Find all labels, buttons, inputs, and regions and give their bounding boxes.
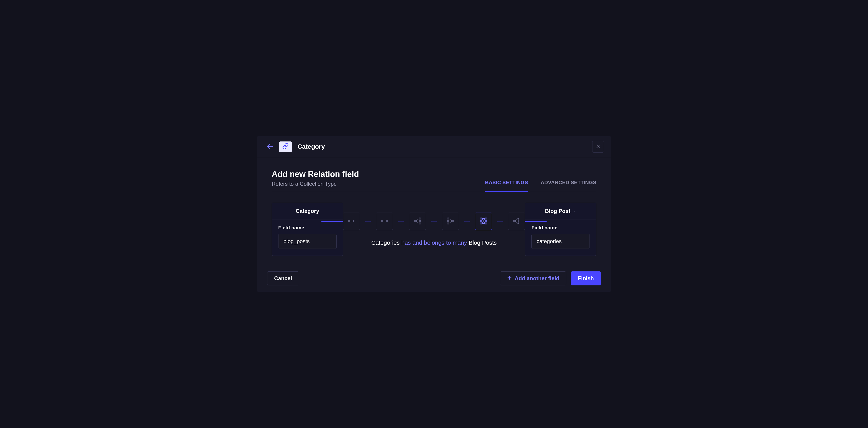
dialog-header: Category — [257, 136, 611, 157]
cancel-button[interactable]: Cancel — [267, 271, 299, 286]
svg-point-17 — [447, 223, 449, 224]
svg-point-25 — [485, 218, 487, 219]
section-title: Add new Relation field — [272, 169, 359, 179]
relation-many-to-one[interactable] — [442, 212, 459, 230]
target-field-label: Field name — [531, 225, 590, 231]
target-select[interactable]: Blog Post — [525, 203, 596, 220]
source-card-title: Category — [272, 203, 343, 220]
tab-advanced-settings[interactable]: ADVANCED SETTINGS — [541, 179, 596, 192]
svg-point-10 — [419, 220, 421, 222]
svg-point-6 — [386, 220, 388, 222]
relation-one-way[interactable] — [343, 212, 360, 230]
section-header: Add new Relation field Refers to a Colle… — [272, 169, 596, 192]
dialog-footer: Cancel Add another field Finish — [257, 265, 611, 292]
svg-point-33 — [513, 220, 515, 222]
relation-sentence: Categories has and belongs to many Blog … — [371, 239, 497, 246]
one-way-icon — [346, 216, 356, 227]
svg-line-21 — [449, 221, 452, 224]
section-subtitle: Refers to a Collection Type — [272, 181, 359, 187]
svg-point-15 — [447, 218, 449, 219]
svg-line-12 — [416, 219, 419, 221]
target-card: Blog Post Field name — [525, 203, 596, 256]
relation-many-way[interactable] — [508, 212, 525, 230]
add-another-field-label: Add another field — [515, 275, 559, 282]
relation-many-to-many[interactable] — [475, 212, 492, 230]
svg-point-11 — [419, 223, 421, 224]
source-field-input[interactable] — [278, 234, 337, 249]
svg-point-23 — [480, 220, 482, 222]
relation-one-to-many[interactable] — [409, 212, 426, 230]
target-card-title: Blog Post — [545, 208, 570, 214]
svg-point-27 — [485, 223, 487, 224]
relation-configurator: Category Field name — [272, 203, 596, 256]
svg-line-19 — [449, 219, 452, 221]
relation-field-dialog: Category Add new Relation field Refers t… — [257, 136, 611, 292]
finish-button[interactable]: Finish — [571, 271, 601, 286]
add-another-field-button[interactable]: Add another field — [500, 271, 566, 286]
relation-type-badge — [279, 141, 292, 152]
target-field-input[interactable] — [531, 234, 590, 249]
source-card: Category Field name — [272, 203, 343, 256]
caret-down-icon — [572, 208, 576, 214]
tab-basic-settings[interactable]: BASIC SETTINGS — [485, 179, 528, 192]
svg-point-9 — [419, 218, 421, 219]
many-way-icon — [512, 216, 522, 227]
one-to-many-icon — [412, 216, 423, 227]
arrow-left-icon — [266, 142, 274, 151]
many-to-many-icon — [478, 216, 489, 227]
svg-line-14 — [416, 221, 419, 224]
one-to-one-icon — [379, 216, 390, 227]
dialog-title: Category — [298, 143, 587, 150]
many-to-one-icon — [445, 216, 456, 227]
svg-point-22 — [480, 218, 482, 219]
plus-icon — [507, 275, 512, 282]
relation-sentence-left: Categories — [371, 239, 400, 246]
svg-line-34 — [515, 219, 518, 221]
svg-point-26 — [485, 220, 487, 222]
dialog-body: Add new Relation field Refers to a Colle… — [257, 157, 611, 265]
svg-point-3 — [348, 220, 350, 222]
close-icon — [595, 144, 601, 150]
back-button[interactable] — [266, 143, 274, 150]
svg-point-5 — [381, 220, 383, 222]
relation-sentence-right: Blog Posts — [469, 239, 497, 246]
svg-point-24 — [480, 223, 482, 224]
svg-point-18 — [452, 220, 454, 222]
svg-line-36 — [515, 221, 518, 224]
relation-icon — [282, 143, 289, 151]
svg-point-8 — [414, 220, 416, 222]
source-field-label: Field name — [278, 225, 337, 231]
relation-sentence-mid: has and belongs to many — [401, 239, 467, 246]
settings-tabs: BASIC SETTINGS ADVANCED SETTINGS — [485, 179, 596, 192]
relation-type-picker: Categories has and belongs to many Blog … — [343, 203, 525, 256]
relation-one-to-one[interactable] — [376, 212, 393, 230]
close-button[interactable] — [592, 141, 604, 153]
svg-point-16 — [447, 220, 449, 222]
